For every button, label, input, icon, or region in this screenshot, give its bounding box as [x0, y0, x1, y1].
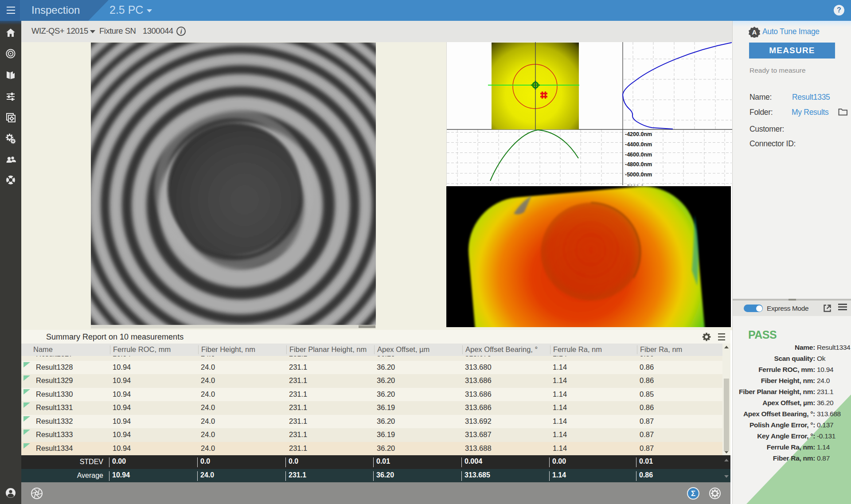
svg-text:-4200.0nm: -4200.0nm [625, 131, 652, 137]
svg-text:Σ: Σ [691, 489, 695, 498]
svg-text:-5000.0nm: -5000.0nm [625, 172, 652, 178]
svg-text:-4600.0nm: -4600.0nm [625, 152, 652, 158]
svg-text:-4800.0nm: -4800.0nm [625, 161, 652, 168]
svg-text:-4400.0nm: -4400.0nm [625, 141, 652, 148]
svg-text:-5200.0: -5200.0 [625, 184, 644, 185]
